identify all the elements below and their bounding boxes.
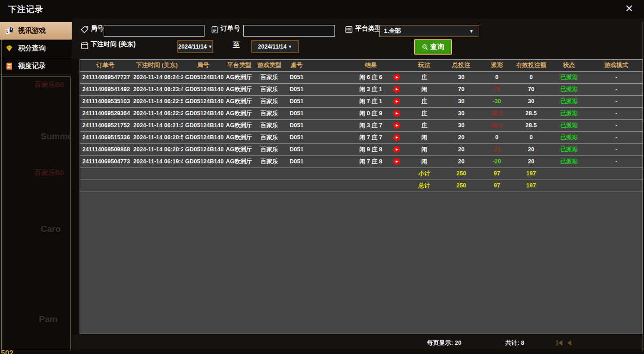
cell-valid-bet: 70 xyxy=(513,83,549,95)
cell-order: 241114069541492 xyxy=(80,83,131,95)
table-row: 241114069509868 2024-11-14 06:20:20 GD05… xyxy=(80,143,643,155)
table-row: 241114069535103 2024-11-14 06:22:59 GD05… xyxy=(80,95,643,107)
date-from-value: 2024/11/14 xyxy=(178,43,207,50)
cell-play-type: 庄 xyxy=(407,71,442,83)
tab-label: 积分查询 xyxy=(18,44,46,53)
diamond-icon xyxy=(5,44,14,53)
cell-status: 已派彩 xyxy=(549,95,589,107)
cell-time: 2024-11-14 06:19:44 xyxy=(131,155,183,168)
round-label: 局号 xyxy=(91,25,104,33)
tag-icon xyxy=(80,25,89,34)
play-video-icon[interactable] xyxy=(393,74,400,81)
grand-total-total-bet: 250 xyxy=(442,180,481,192)
cell-play-type: 闲 xyxy=(407,143,442,155)
platform-select[interactable]: 1.全部 xyxy=(379,25,478,37)
tab-points-query[interactable]: 积分查询 xyxy=(0,40,72,57)
cell-game: 百家乐 xyxy=(255,71,284,83)
order-label: 订单号 xyxy=(221,25,240,33)
cell-valid-bet: 28.5 xyxy=(513,107,549,119)
cell-mode: - xyxy=(589,119,643,131)
cell-game: 百家乐 xyxy=(255,119,284,131)
cell-game: 百家乐 xyxy=(255,131,284,143)
header-status: 状态 xyxy=(549,60,589,71)
cell-platform: AG欧洲厅 xyxy=(223,107,255,119)
tab-video-games[interactable]: 9 K 视讯游戏 xyxy=(0,22,72,40)
grand-total-spacer xyxy=(80,180,407,192)
play-video-icon[interactable] xyxy=(393,122,400,129)
result-text: 闲 7 庄 8 xyxy=(359,158,382,165)
clipboard-icon xyxy=(211,25,219,34)
cell-order: 241114069521752 xyxy=(80,119,131,131)
record-count-label: 共计: 8 xyxy=(505,339,524,347)
header-payout: 派彩 xyxy=(481,60,513,71)
table-row: 241114069529364 2024-11-14 06:22:25 GD05… xyxy=(80,107,643,119)
table-header-row: 订单号 下注时间 (美东) 局号 平台类型 游戏类型 桌号 结果 玩法 总投注 … xyxy=(80,60,643,71)
tab-label: 视讯游戏 xyxy=(18,26,46,35)
cell-total-bet: 30 xyxy=(442,119,481,131)
grand-total-payout: 97 xyxy=(481,180,513,192)
cell-order: 241114069529364 xyxy=(80,107,131,119)
play-video-icon[interactable] xyxy=(393,110,400,117)
calendar-icon xyxy=(80,41,89,50)
cell-total-bet: 20 xyxy=(442,131,481,143)
playing-cards-icon: 9 K xyxy=(5,26,14,36)
bleed-room-label: 百家乐B0 xyxy=(34,168,64,177)
records-table-panel: 订单号 下注时间 (美东) 局号 平台类型 游戏类型 桌号 结果 玩法 总投注 … xyxy=(80,59,643,334)
cell-status: 已派彩 xyxy=(549,107,589,119)
filter-bar: 局号 订单号 平台类型 1.全部 下注时间 (美东) 2024/11/14 至 … xyxy=(72,19,644,59)
cell-result: 闲 0 庄 9 xyxy=(310,107,407,119)
cell-round: GD05124B140NO xyxy=(183,95,223,107)
cell-table-no: D051 xyxy=(284,95,310,107)
cell-platform: AG欧洲厅 xyxy=(223,71,255,83)
grand-total-row: 总计 250 97 197 xyxy=(80,180,643,192)
cell-game: 百家乐 xyxy=(255,155,284,168)
cell-result: 闲 7 庄 1 xyxy=(310,95,407,107)
header-platform: 平台类型 xyxy=(223,60,255,71)
play-video-icon[interactable] xyxy=(393,86,400,93)
header-round: 局号 xyxy=(183,60,223,71)
date-to-picker[interactable]: 2024/11/14 xyxy=(251,40,299,53)
sidebar-lower-panel: 百家乐B0 Summer 百家乐B0 Caro Pam xyxy=(1,76,71,350)
cell-round: GD05124B140NJ xyxy=(183,155,223,168)
cell-result: 闲 3 庄 1 xyxy=(310,83,407,95)
cell-game: 百家乐 xyxy=(255,95,284,107)
cell-time: 2024-11-14 06:22:59 xyxy=(131,95,183,107)
cell-order: 241114069535103 xyxy=(80,95,131,107)
query-button[interactable]: 查询 xyxy=(414,39,452,55)
subtotal-spacer xyxy=(80,168,407,180)
dialog-title: 下注记录 xyxy=(8,4,43,15)
cell-time: 2024-11-14 06:24:24 xyxy=(131,71,183,83)
tab-quota-records[interactable]: 额度记录 xyxy=(0,57,72,75)
result-text: 闲 7 庄 1 xyxy=(359,98,382,105)
date-from-picker[interactable]: 2024/11/14 xyxy=(177,40,213,53)
header-mode: 游戏模式 xyxy=(589,60,643,71)
cell-round: GD05124B140NM xyxy=(183,119,223,131)
cell-result: 闲 3 庄 7 xyxy=(310,119,407,131)
cell-total-bet: 30 xyxy=(442,71,481,83)
bleed-dealer-name: Pam xyxy=(39,314,57,324)
previous-page-icon[interactable] xyxy=(566,340,574,346)
cell-order: 241114069509868 xyxy=(80,143,131,155)
round-input[interactable] xyxy=(104,25,204,37)
cell-round: GD05124B140NQ xyxy=(183,71,223,83)
play-video-icon[interactable] xyxy=(393,134,400,141)
cell-status: 已派彩 xyxy=(549,71,589,83)
cell-order: 241114069504773 xyxy=(80,155,131,168)
pagination-bar: 每页显示: 20 共计: 8 1 / 1 xyxy=(72,334,644,350)
cell-time: 2024-11-14 06:20:56 xyxy=(131,131,183,143)
result-text: 闲 9 庄 8 xyxy=(359,146,382,153)
play-video-icon[interactable] xyxy=(393,98,400,105)
order-input[interactable] xyxy=(243,25,335,37)
titlebar: 下注记录 ✕ xyxy=(0,0,644,19)
play-video-icon[interactable] xyxy=(393,158,400,165)
tab-label: 额度记录 xyxy=(18,62,46,70)
cell-round: GD05124B140NN xyxy=(183,107,223,119)
cell-time: 2024-11-14 06:20:20 xyxy=(131,143,183,155)
close-icon[interactable]: ✕ xyxy=(623,2,636,15)
records-table: 订单号 下注时间 (美东) 局号 平台类型 游戏类型 桌号 结果 玩法 总投注 … xyxy=(80,60,643,192)
cell-order: 241114069515336 xyxy=(80,131,131,143)
cell-table-no: D051 xyxy=(284,107,310,119)
play-video-icon[interactable] xyxy=(393,146,400,153)
cell-play-type: 闲 xyxy=(407,131,442,143)
first-page-icon[interactable] xyxy=(556,340,564,346)
